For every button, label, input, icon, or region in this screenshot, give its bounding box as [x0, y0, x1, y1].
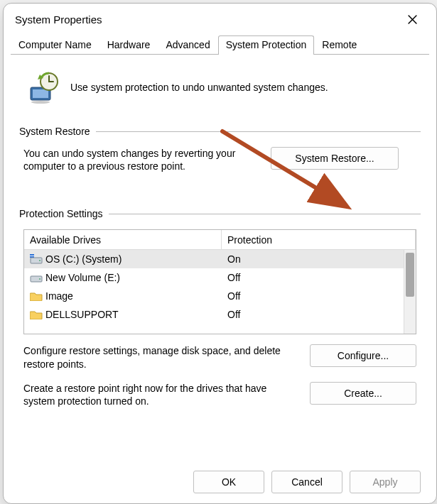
ok-button[interactable]: OK: [193, 471, 264, 493]
svg-point-2: [31, 101, 50, 104]
tab-panel-system-protection: Use system protection to undo unwanted s…: [4, 55, 436, 503]
folder-icon: [30, 309, 43, 319]
close-button[interactable]: [398, 7, 426, 31]
disk-icon: [30, 254, 43, 264]
drive-row[interactable]: DELLSUPPORTOff: [24, 305, 404, 324]
tab-advanced[interactable]: Advanced: [158, 35, 217, 55]
drive-row[interactable]: ImageOff: [24, 287, 404, 305]
apply-button[interactable]: Apply: [350, 471, 421, 493]
drive-list-header: Available Drives Protection: [24, 230, 416, 250]
drive-protection-status: On: [222, 253, 404, 265]
drive-label: New Volume (E:): [45, 272, 120, 283]
configure-button[interactable]: Configure...: [310, 344, 416, 367]
column-header-protection[interactable]: Protection: [222, 230, 416, 250]
svg-rect-1: [33, 89, 48, 98]
group-divider: [109, 214, 421, 214]
tab-hardware[interactable]: Hardware: [99, 35, 158, 55]
title-bar: System Properties: [4, 4, 436, 35]
system-restore-button[interactable]: System Restore...: [271, 147, 399, 170]
drive-list[interactable]: Available Drives Protection OS (C:) (Sys…: [23, 229, 416, 334]
configure-description: Configure restore settings, manage disk …: [23, 344, 297, 370]
folder-icon: [30, 291, 43, 301]
protection-settings-group-label: Protection Settings: [19, 208, 103, 219]
window-title: System Properties: [15, 13, 102, 26]
system-restore-group: System Restore You can undo system chang…: [19, 126, 421, 180]
info-banner: Use system protection to undo unwanted s…: [19, 67, 421, 120]
svg-point-8: [39, 260, 41, 261]
cancel-button[interactable]: Cancel: [271, 471, 342, 493]
drive-protection-status: Off: [222, 309, 404, 320]
drive-protection-status: Off: [222, 272, 404, 283]
disk-icon: [30, 273, 43, 283]
drive-protection-status: Off: [222, 290, 404, 302]
drive-list-scrollbar[interactable]: [404, 250, 416, 334]
tab-computer-name[interactable]: Computer Name: [11, 35, 99, 55]
create-restore-point-description: Create a restore point right now for the…: [23, 382, 297, 407]
svg-rect-6: [30, 256, 34, 256]
svg-point-10: [39, 278, 41, 280]
system-restore-description: You can undo system changes by reverting…: [23, 147, 258, 172]
drive-row[interactable]: OS (C:) (System)On: [24, 250, 404, 268]
tab-strip: Computer NameHardwareAdvancedSystem Prot…: [4, 35, 436, 54]
system-protection-icon: [26, 70, 60, 104]
tab-system-protection[interactable]: System Protection: [218, 35, 315, 55]
drive-label: Image: [45, 290, 73, 302]
protection-settings-group: Protection Settings Available Drives Pro…: [19, 208, 421, 419]
tab-remote[interactable]: Remote: [314, 35, 365, 55]
drive-row[interactable]: New Volume (E:)Off: [24, 268, 404, 287]
scrollbar-thumb[interactable]: [406, 253, 414, 297]
system-restore-group-label: System Restore: [19, 126, 90, 137]
group-divider: [96, 131, 421, 132]
system-properties-window: System Properties Computer NameHardwareA…: [3, 3, 437, 504]
drive-label: OS (C:) (System): [45, 253, 122, 265]
info-banner-text: Use system protection to undo unwanted s…: [70, 82, 328, 93]
dialog-button-row: OK Cancel Apply: [19, 462, 421, 493]
drive-label: DELLSUPPORT: [45, 309, 118, 320]
column-header-drives[interactable]: Available Drives: [24, 230, 222, 250]
create-restore-point-button[interactable]: Create...: [310, 382, 416, 405]
